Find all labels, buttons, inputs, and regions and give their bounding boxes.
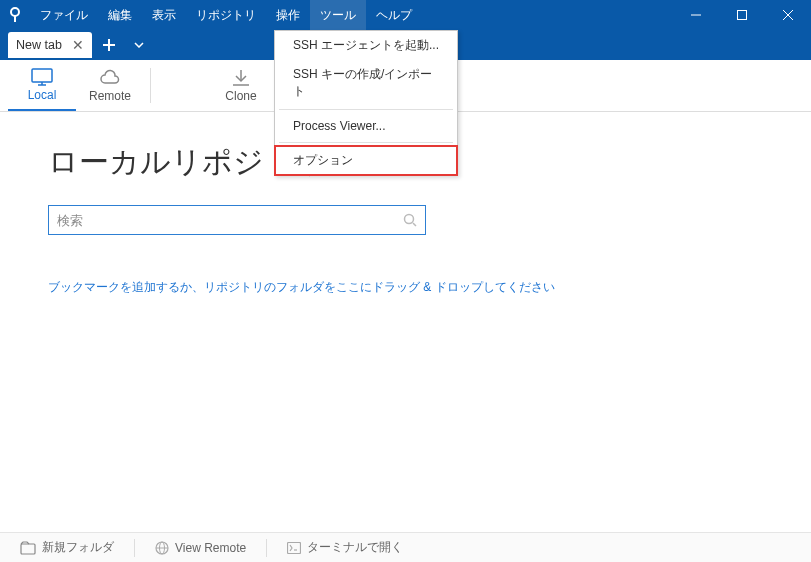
menu-item-options[interactable]: オプション: [275, 146, 457, 175]
menu-view[interactable]: 表示: [142, 0, 186, 30]
search-icon: [403, 213, 417, 227]
minimize-icon: [691, 10, 701, 20]
chevron-down-icon: [134, 42, 144, 48]
search-input[interactable]: [57, 213, 397, 228]
status-separator: [266, 539, 267, 557]
svg-rect-15: [21, 544, 35, 554]
toolbar-clone[interactable]: Clone: [207, 60, 275, 111]
download-icon: [231, 69, 251, 87]
toolbar-remote[interactable]: Remote: [76, 60, 144, 111]
tab-new[interactable]: New tab ✕: [8, 32, 92, 58]
menu-bar: ファイル 編集 表示 リポジトリ 操作 ツール ヘルプ: [30, 0, 422, 30]
window-controls: [673, 0, 811, 30]
folder-plus-icon: [20, 541, 36, 555]
maximize-button[interactable]: [719, 0, 765, 30]
toolbar-local-label: Local: [28, 88, 57, 102]
titlebar: ファイル 編集 表示 リポジトリ 操作 ツール ヘルプ: [0, 0, 811, 30]
sourcetree-icon: [7, 7, 23, 23]
svg-rect-3: [738, 11, 747, 20]
tab-close-icon[interactable]: ✕: [72, 38, 84, 52]
close-icon: [783, 10, 793, 20]
maximize-icon: [737, 10, 747, 20]
menu-edit[interactable]: 編集: [98, 0, 142, 30]
empty-state-hint: ブックマークを追加するか、リポジトリのフォルダをここにドラッグ & ドロップして…: [48, 279, 763, 296]
close-button[interactable]: [765, 0, 811, 30]
cloud-icon: [99, 69, 121, 87]
menu-help[interactable]: ヘルプ: [366, 0, 422, 30]
svg-line-14: [413, 223, 416, 226]
tab-menu-button[interactable]: [126, 32, 152, 58]
svg-point-0: [11, 8, 19, 16]
menu-file[interactable]: ファイル: [30, 0, 98, 30]
menu-tools[interactable]: ツール: [310, 0, 366, 30]
status-view-remote[interactable]: View Remote: [149, 541, 252, 555]
tools-dropdown: SSH エージェントを起動... SSH キーの作成/インポート Process…: [274, 30, 458, 176]
toolbar-separator: [150, 68, 151, 103]
toolbar-local[interactable]: Local: [8, 60, 76, 111]
menu-separator: [279, 109, 453, 110]
status-bar: 新規フォルダ View Remote ターミナルで開く: [0, 532, 811, 562]
plus-icon: [102, 38, 116, 52]
menu-item-process-viewer[interactable]: Process Viewer...: [275, 113, 457, 139]
menu-item-ssh-keys[interactable]: SSH キーの作成/インポート: [275, 60, 457, 106]
search-field[interactable]: [48, 205, 426, 235]
tab-label: New tab: [16, 38, 62, 52]
minimize-button[interactable]: [673, 0, 719, 30]
toolbar-clone-label: Clone: [225, 89, 256, 103]
status-new-folder[interactable]: 新規フォルダ: [14, 539, 120, 556]
toolbar-remote-label: Remote: [89, 89, 131, 103]
globe-icon: [155, 541, 169, 555]
tab-add-button[interactable]: [96, 32, 122, 58]
status-new-folder-label: 新規フォルダ: [42, 539, 114, 556]
menu-repository[interactable]: リポジトリ: [186, 0, 266, 30]
menu-separator: [279, 142, 453, 143]
status-open-terminal[interactable]: ターミナルで開く: [281, 539, 409, 556]
terminal-icon: [287, 542, 301, 554]
status-view-remote-label: View Remote: [175, 541, 246, 555]
svg-rect-19: [288, 542, 301, 553]
svg-point-13: [405, 215, 414, 224]
svg-rect-8: [32, 69, 52, 82]
status-open-terminal-label: ターミナルで開く: [307, 539, 403, 556]
menu-action[interactable]: 操作: [266, 0, 310, 30]
monitor-icon: [31, 68, 53, 86]
menu-item-ssh-agent[interactable]: SSH エージェントを起動...: [275, 31, 457, 60]
status-separator: [134, 539, 135, 557]
app-logo: [0, 0, 30, 30]
